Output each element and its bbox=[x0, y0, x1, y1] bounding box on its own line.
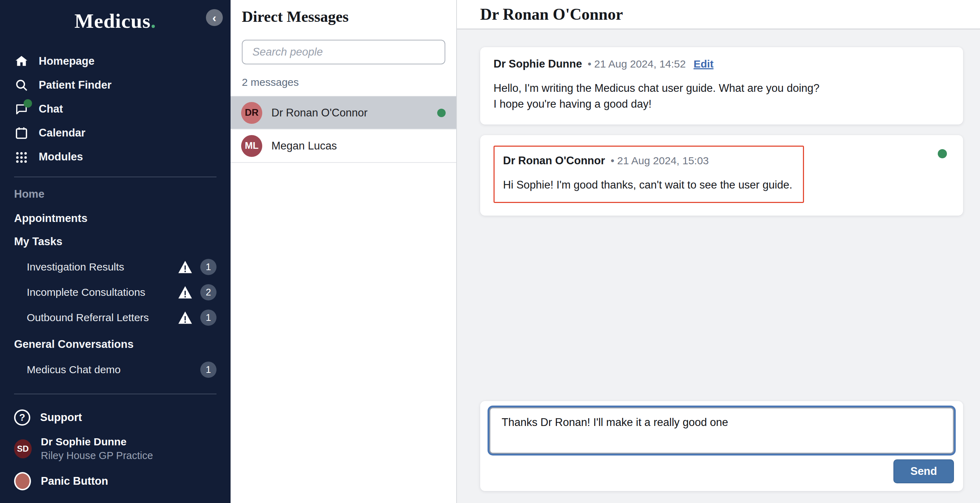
sidebar-item-label: Appointments bbox=[14, 212, 87, 225]
sidebar-item-incomplete-consultations[interactable]: Incomplete Consultations 2 bbox=[0, 281, 231, 304]
conversation-name: Megan Lucas bbox=[271, 140, 445, 152]
support-label: Support bbox=[40, 411, 82, 424]
message-author: Dr Ronan O'Connor bbox=[503, 154, 605, 167]
nav-label: Calendar bbox=[39, 127, 86, 139]
main-nav: Homepage Patient Finder Chat Calendar bbox=[0, 49, 231, 169]
message-text: Hello, I'm writing the Medicus chat user… bbox=[493, 80, 950, 112]
sidebar-item-label: Incomplete Consultations bbox=[27, 286, 145, 298]
message-input[interactable]: Thanks Dr Ronan! I'll make it a really g… bbox=[489, 407, 954, 454]
message-author: Dr Sophie Dunne bbox=[493, 58, 582, 70]
composer-actions: Send bbox=[489, 459, 954, 483]
highlighted-message-outline: Dr Ronan O'Connor •21 Aug 2024, 15:03 Hi… bbox=[493, 146, 804, 203]
message-meta: Dr Sophie Dunne •21 Aug 2024, 14:52 Edit bbox=[493, 58, 950, 70]
nav-item-homepage[interactable]: Homepage bbox=[0, 49, 231, 73]
warning-icon bbox=[178, 310, 192, 325]
count-badge: 2 bbox=[200, 284, 216, 300]
sidebar-divider bbox=[14, 176, 216, 177]
sidebar-item-investigation-results[interactable]: Investigation Results 1 bbox=[0, 255, 231, 279]
search-icon bbox=[14, 78, 29, 92]
sidebar-item-outbound-referral-letters[interactable]: Outbound Referral Letters 1 bbox=[0, 306, 231, 329]
medicus-logo: Medicus. bbox=[75, 10, 156, 32]
message-count: 2 messages bbox=[242, 76, 456, 88]
avatar: DR bbox=[241, 102, 262, 124]
message-card-ronan: Dr Ronan O'Connor •21 Aug 2024, 15:03 Hi… bbox=[480, 135, 963, 216]
online-status-dot bbox=[437, 109, 445, 117]
sidebar-item-label: Medicus Chat demo bbox=[27, 364, 121, 376]
nav-item-patient-finder[interactable]: Patient Finder bbox=[0, 73, 231, 97]
message-text: Hi Sophie! I'm good thanks, can't wait t… bbox=[503, 177, 792, 193]
sidebar-footer-divider bbox=[14, 394, 216, 394]
count-badge: 1 bbox=[200, 309, 216, 326]
chat-header: Dr Ronan O'Connor bbox=[457, 0, 980, 30]
composer-card: Thanks Dr Ronan! I'll make it a really g… bbox=[480, 401, 963, 491]
nav-label: Homepage bbox=[39, 55, 94, 68]
current-user[interactable]: SD Dr Sophie Dunne Riley House GP Practi… bbox=[0, 431, 231, 467]
nav-label: Chat bbox=[39, 103, 63, 115]
support-button[interactable]: ? Support bbox=[0, 404, 231, 431]
help-icon: ? bbox=[14, 409, 30, 425]
direct-messages-panel: Direct Messages 2 messages DR Dr Ronan O… bbox=[231, 0, 457, 503]
sidebar-item-medicus-chat-demo[interactable]: Medicus Chat demo 1 bbox=[0, 358, 231, 381]
message-card-sophie: Dr Sophie Dunne •21 Aug 2024, 14:52 Edit… bbox=[480, 47, 963, 125]
home-icon bbox=[14, 54, 29, 68]
send-button[interactable]: Send bbox=[893, 459, 954, 483]
count-badge: 1 bbox=[200, 362, 216, 378]
sidebar-footer: ? Support SD Dr Sophie Dunne Riley House… bbox=[0, 386, 231, 494]
modules-grid-icon bbox=[14, 149, 29, 164]
chat-unread-dot bbox=[24, 99, 32, 108]
logo-row: Medicus. ‹ bbox=[0, 6, 231, 36]
sidebar-item-my-tasks[interactable]: My Tasks bbox=[0, 230, 231, 253]
user-practice: Riley House GP Practice bbox=[41, 450, 153, 462]
panic-button[interactable]: Panic Button bbox=[0, 467, 231, 494]
chevron-left-icon: ‹ bbox=[212, 10, 216, 25]
conversation-row-megan[interactable]: ML Megan Lucas bbox=[231, 129, 456, 163]
sidebar-item-label: General Conversations bbox=[14, 338, 134, 351]
message-meta: Dr Ronan O'Connor •21 Aug 2024, 15:03 bbox=[503, 154, 792, 167]
dm-panel-title: Direct Messages bbox=[242, 8, 456, 26]
nav-item-chat[interactable]: Chat bbox=[0, 97, 231, 121]
count-badge: 1 bbox=[200, 259, 216, 275]
user-name: Dr Sophie Dunne bbox=[41, 436, 153, 448]
nav-label: Modules bbox=[39, 151, 83, 163]
sidebar-item-label: Outbound Referral Letters bbox=[27, 312, 149, 324]
online-status-dot bbox=[938, 149, 947, 158]
conversation-name: Dr Ronan O'Connor bbox=[271, 106, 428, 119]
edit-link[interactable]: Edit bbox=[694, 58, 714, 70]
sidebar-item-appointments[interactable]: Appointments bbox=[0, 207, 231, 230]
chat-body: Dr Sophie Dunne •21 Aug 2024, 14:52 Edit… bbox=[457, 30, 980, 503]
message-timestamp: •21 Aug 2024, 15:03 bbox=[611, 155, 709, 167]
panic-icon bbox=[14, 472, 31, 490]
sidebar-item-label: Investigation Results bbox=[27, 261, 124, 273]
conversation-row-ronan[interactable]: DR Dr Ronan O'Connor bbox=[231, 96, 456, 129]
message-timestamp: •21 Aug 2024, 14:52 bbox=[587, 58, 686, 70]
nav-item-modules[interactable]: Modules bbox=[0, 145, 231, 169]
avatar: ML bbox=[241, 135, 262, 157]
avatar: SD bbox=[14, 440, 32, 459]
panic-label: Panic Button bbox=[41, 475, 108, 487]
sidebar-collapse-button[interactable]: ‹ bbox=[206, 9, 223, 26]
nav-item-calendar[interactable]: Calendar bbox=[0, 121, 231, 145]
chat-panel: Dr Ronan O'Connor Dr Sophie Dunne •21 Au… bbox=[457, 0, 980, 503]
sidebar: Medicus. ‹ Homepage Patient Finder Chat bbox=[0, 0, 231, 503]
logo-dot: . bbox=[151, 10, 156, 32]
chat-title: Dr Ronan O'Connor bbox=[480, 5, 623, 24]
chat-icon bbox=[14, 102, 29, 116]
sidebar-item-label: My Tasks bbox=[14, 235, 62, 248]
warning-icon bbox=[178, 260, 192, 275]
warning-icon bbox=[178, 285, 192, 300]
sidebar-item-general-conversations[interactable]: General Conversations bbox=[0, 333, 231, 356]
search-input[interactable] bbox=[242, 40, 445, 64]
home-section-label: Home bbox=[14, 188, 216, 200]
calendar-icon bbox=[14, 125, 29, 140]
nav-label: Patient Finder bbox=[39, 79, 111, 92]
